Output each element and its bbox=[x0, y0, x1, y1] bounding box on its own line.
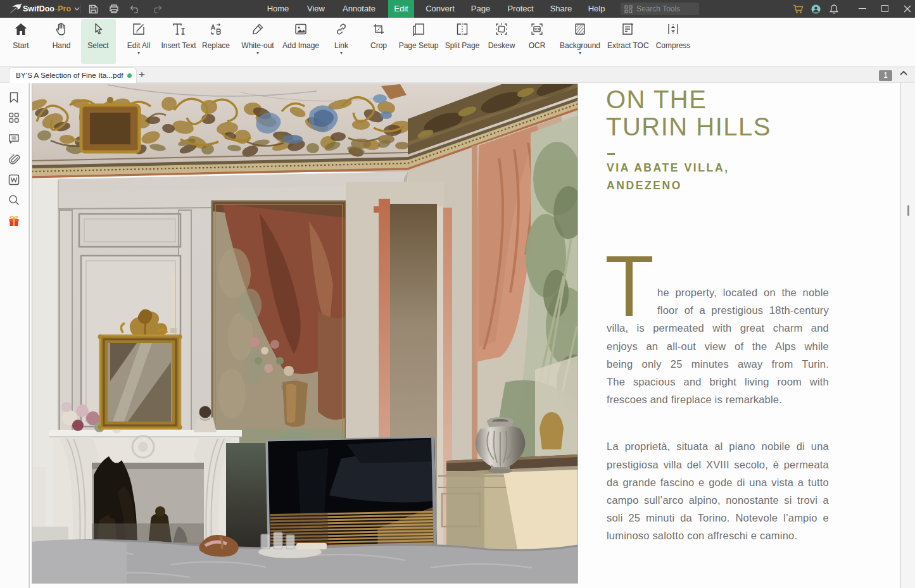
svg-text:OCR: OCR bbox=[533, 27, 541, 31]
